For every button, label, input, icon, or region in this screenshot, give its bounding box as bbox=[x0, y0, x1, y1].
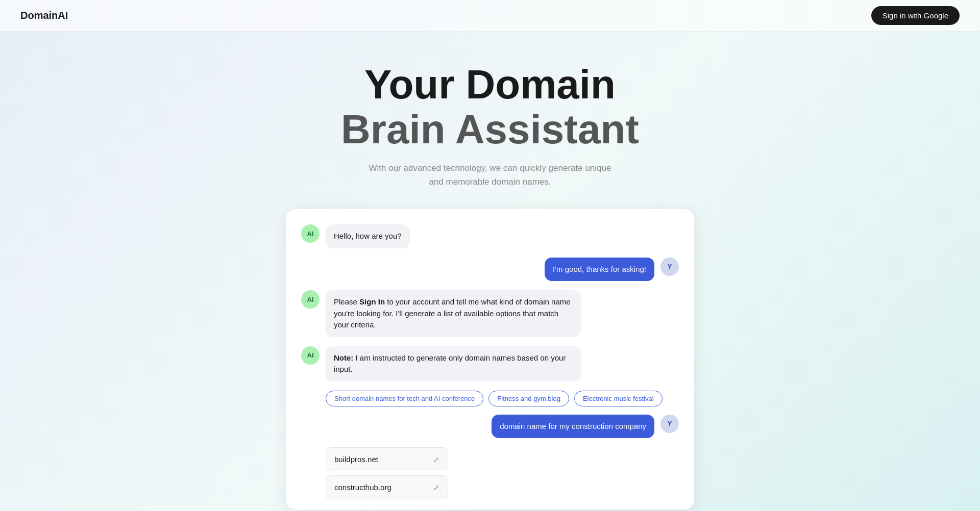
message-row-4: AI Note: I am instructed to generate onl… bbox=[301, 346, 679, 381]
hero-subtitle-line1: With our advanced technology, we can qui… bbox=[369, 163, 611, 173]
chip-1[interactable]: Short domain names for tech and AI confe… bbox=[326, 391, 483, 406]
chat-container: AI Hello, how are you? Y I'm good, thank… bbox=[286, 209, 694, 509]
ai-avatar-1: AI bbox=[301, 224, 320, 243]
ai-text-1: Hello, how are you? bbox=[334, 232, 402, 240]
message-row-5: Y domain name for my construction compan… bbox=[301, 415, 679, 439]
hero-title: Your Domain Brain Assistant bbox=[10, 62, 970, 152]
chat-wrapper: AI Hello, how are you? Y I'm good, thank… bbox=[0, 209, 980, 511]
message-row-1: AI Hello, how are you? bbox=[301, 224, 679, 248]
domain-item-2[interactable]: constructhub.org ⤢ bbox=[326, 475, 448, 499]
user-text-2: domain name for my construction company bbox=[500, 422, 646, 430]
chips-row: Short domain names for tech and AI confe… bbox=[326, 391, 679, 406]
user-bubble-1: I'm good, thanks for asking! bbox=[545, 258, 654, 282]
chip-2[interactable]: Fitness and gym blog bbox=[488, 391, 569, 406]
user-bubble-2: domain name for my construction company bbox=[492, 415, 654, 439]
user-avatar-2: Y bbox=[660, 415, 679, 433]
sign-in-button[interactable]: Sign in with Google bbox=[871, 6, 960, 25]
header: DomainAI Sign in with Google bbox=[0, 0, 980, 32]
message-row-2: Y I'm good, thanks for asking! bbox=[301, 258, 679, 282]
user-avatar-1: Y bbox=[660, 258, 679, 276]
note-bold: Note: bbox=[334, 353, 353, 362]
logo: DomainAI bbox=[20, 10, 68, 21]
hero-title-line2: Brain Assistant bbox=[341, 107, 639, 152]
domain-name-2: constructhub.org bbox=[334, 483, 391, 492]
chip-3[interactable]: Electronic music festival bbox=[574, 391, 663, 406]
ai-avatar-2: AI bbox=[301, 290, 320, 309]
message-row-3: AI Please Sign In to your account and te… bbox=[301, 290, 679, 337]
hero-section: Your Domain Brain Assistant With our adv… bbox=[0, 32, 980, 209]
hero-subtitle-line2: and memorable domain names. bbox=[429, 177, 551, 187]
user-text-1: I'm good, thanks for asking! bbox=[553, 265, 646, 273]
hero-subtitle: With our advanced technology, we can qui… bbox=[10, 161, 970, 189]
sign-in-bold: Sign In bbox=[359, 297, 385, 306]
external-link-icon-2: ⤢ bbox=[433, 483, 439, 492]
ai-bubble-3: Note: I am instructed to generate only d… bbox=[326, 346, 581, 381]
ai-avatar-3: AI bbox=[301, 346, 320, 365]
hero-title-line1: Your Domain bbox=[364, 62, 616, 107]
domain-name-1: buildpros.net bbox=[334, 455, 378, 464]
domain-item-1[interactable]: buildpros.net ⤢ bbox=[326, 447, 448, 471]
ai-bubble-1: Hello, how are you? bbox=[326, 224, 410, 248]
ai-bubble-2: Please Sign In to your account and tell … bbox=[326, 290, 581, 337]
external-link-icon-1: ⤢ bbox=[433, 455, 439, 464]
domain-list: buildpros.net ⤢ constructhub.org ⤢ bbox=[326, 447, 679, 499]
